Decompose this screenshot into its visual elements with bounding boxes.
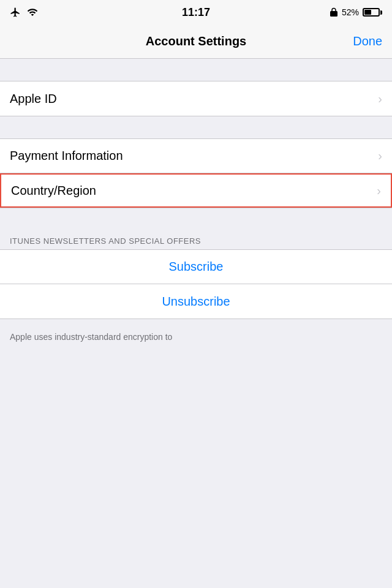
status-left-icons: [10, 7, 38, 18]
subscribe-row[interactable]: Subscribe: [0, 250, 392, 284]
status-right-icons: 52%: [330, 7, 382, 17]
spacer-1: [0, 59, 392, 81]
nav-bar: Account Settings Done: [0, 24, 392, 59]
footer-section: Apple uses industry-standard encryption …: [0, 319, 392, 356]
done-button[interactable]: Done: [353, 34, 382, 48]
payment-info-label: Payment Information: [10, 149, 123, 163]
battery-icon: [363, 8, 382, 17]
status-time: 11:17: [182, 6, 210, 19]
country-region-row[interactable]: Country/Region ›: [0, 173, 392, 208]
apple-id-row[interactable]: Apple ID ›: [0, 81, 392, 116]
apple-id-chevron: ›: [378, 92, 382, 106]
airplane-icon: [10, 7, 21, 18]
apple-id-label: Apple ID: [10, 92, 57, 106]
lock-icon: [330, 7, 338, 17]
status-bar: 11:17 52%: [0, 0, 392, 24]
content: Apple ID › Payment Information › Country…: [0, 59, 392, 356]
country-region-chevron: ›: [377, 184, 381, 198]
payment-info-row[interactable]: Payment Information ›: [0, 139, 392, 173]
payment-country-section: Payment Information › Country/Region ›: [0, 138, 392, 208]
spacer-2: [0, 116, 392, 138]
nav-title: Account Settings: [146, 34, 246, 48]
svg-rect-0: [330, 11, 337, 17]
payment-info-chevron: ›: [378, 149, 382, 163]
unsubscribe-label: Unsubscribe: [162, 295, 230, 309]
subscribe-label: Subscribe: [169, 260, 224, 274]
unsubscribe-row[interactable]: Unsubscribe: [0, 284, 392, 318]
itunes-section: iTunes Newsletters and Special Offers Su…: [0, 230, 392, 319]
footer-text: Apple uses industry-standard encryption …: [10, 331, 382, 344]
subscribe-section: Subscribe Unsubscribe: [0, 249, 392, 319]
apple-id-section: Apple ID ›: [0, 81, 392, 116]
wifi-icon: [27, 7, 38, 18]
country-region-label: Country/Region: [11, 184, 96, 198]
battery-percent: 52%: [342, 7, 359, 17]
itunes-header: iTunes Newsletters and Special Offers: [0, 230, 392, 249]
